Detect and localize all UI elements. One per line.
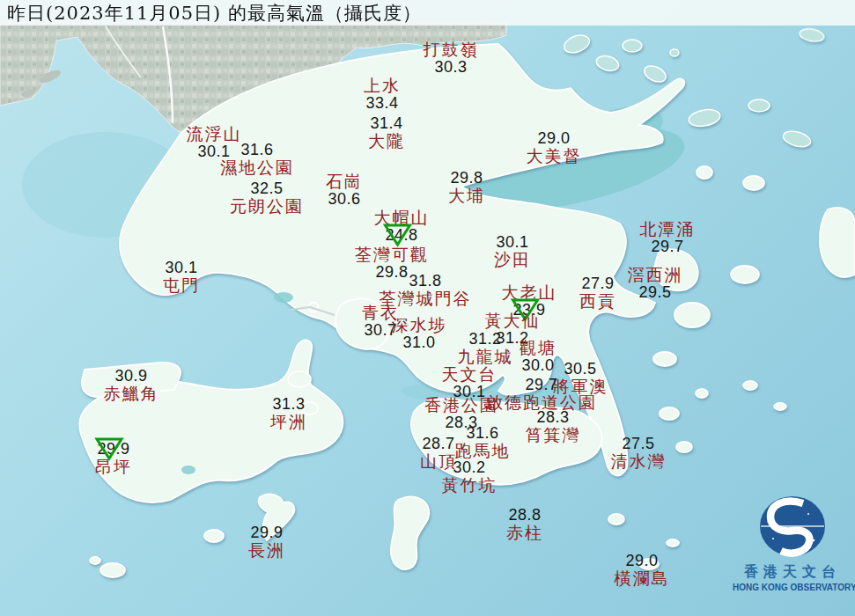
station: 30.1屯門 [163,259,200,294]
station-value: 30.0 [520,356,556,374]
station-value: 31.8 [380,272,472,290]
hko-name-en: HONG KONG OBSERVATORY [733,583,852,592]
station-value: 29.9 [95,440,132,458]
station-value: 31.4 [368,114,405,132]
station-name: 坪洲 [270,413,307,430]
station-name: 上水 [364,77,401,94]
station: 28.3筲箕灣 [526,408,581,444]
station-name: 九龍城 [458,348,513,365]
station-name: 流浮山 [187,125,242,143]
tap-mun-island [697,166,712,179]
station-name: 石崗 [326,172,363,190]
station: 31.8荃灣城門谷 [380,272,472,307]
station-value: 29.0 [615,552,670,569]
station: 大帽山 24.8 [374,209,430,244]
station: 29.0大美督 [527,129,582,165]
station: 上水 33.4 [364,77,401,112]
station-value: 30.5 [553,360,608,378]
station-name: 打鼓嶺 [424,40,479,58]
station-name: 香港公園 [424,396,498,414]
station-value: 30.2 [442,458,498,476]
station-value: 30.9 [104,367,159,385]
station-name: 筲箕灣 [526,426,581,444]
station-name: 觀塘 [520,339,556,356]
station-name: 大老山 [502,283,557,301]
station: 29.0橫瀾島 [615,552,670,587]
station-value: 31.6 [220,141,294,158]
station-value: 31.2 [458,330,513,348]
station-value: 31.0 [392,334,447,351]
east-edge-island [820,208,855,277]
station-value: 28.7 [420,435,457,452]
station-name: 北潭涌 [640,220,696,238]
hko-name-zh: 香港天文台 [733,563,852,582]
station-name: 大帽山 [374,209,430,226]
station-value: 31.6 [455,424,511,442]
station: 打鼓嶺 30.3 [424,40,479,76]
station-value: 28.3 [526,408,581,426]
station-value: 30.1 [163,259,200,276]
station: 31.4大隴 [368,114,405,150]
station: 31.6濕地公園 [220,141,294,176]
station-value: 29.7 [486,376,597,393]
hko-logo-icon [757,495,828,558]
station-name: 濕地公園 [220,158,294,176]
station: 27.5清水灣 [611,435,667,470]
station-name: 元朗公園 [230,197,304,215]
station-value: 33.4 [364,94,401,112]
station-name: 黃竹坑 [442,476,498,494]
map-title: 昨日(2023年11月05日) 的最高氣溫（攝氏度） [7,3,422,24]
station-value: 30.3 [424,58,479,76]
station-value: 29.8 [448,169,485,187]
station: 觀塘 30.0 [520,339,556,374]
hong-kong-base-map [0,0,855,616]
station-name: 沙田 [494,251,531,268]
station-name: 西貢 [579,292,616,310]
station-name: 橫瀾島 [615,569,670,587]
station-name: 大美督 [527,147,582,165]
station: 30.9赤鱲角 [104,367,159,402]
station-value: 31.3 [270,395,307,413]
station-name: 昂坪 [95,458,132,475]
station: 滘西洲 29.5 [628,266,683,301]
station-value: 24.8 [374,226,430,244]
title-bar: 昨日(2023年11月05日) 的最高氣溫（攝氏度） [0,0,855,26]
hko-logo: 香港天文台 HONG KONG OBSERVATORY [733,495,852,592]
station-name: 大隴 [368,132,405,150]
station-value: 30.1 [494,233,531,251]
station-value: 29.7 [640,238,696,255]
station: 深水埗 31.0 [392,316,447,351]
station-value: 27.5 [611,435,667,452]
station: 29.7啟德跑道公園 [486,376,597,411]
station: 32.5元朗公園 [230,180,304,215]
lamma-island [391,496,430,569]
station: 北潭涌 29.7 [640,220,696,255]
grass-island [743,176,764,190]
station-name: 滘西洲 [628,266,683,283]
station-name: 赤鱲角 [104,385,159,402]
station: 29.9長洲 [248,524,285,559]
station-value: 27.9 [579,275,616,292]
station-name: 黃大仙 [485,312,541,329]
station: 31.6跑馬地 [455,424,511,459]
station-name: 屯門 [163,276,200,294]
shek-kwu-chau-island [204,530,224,542]
station-value: 29.5 [628,283,683,301]
station-name: 跑馬地 [455,442,511,459]
station: 29.8大埔 [448,169,485,204]
weather-map: 昨日(2023年11月05日) 的最高氣溫（攝氏度） 打鼓嶺 30.3 上水 3… [0,0,855,616]
station: 31.3坪洲 [270,395,307,430]
station-name: 大埔 [448,187,485,204]
station-value: 30.6 [326,190,363,208]
station-name: 赤柱 [506,524,543,541]
station-value: 28.8 [506,506,543,524]
station-value: 29.9 [248,524,285,541]
station-name: 長洲 [248,541,285,559]
station: 30.1沙田 [494,233,531,268]
station: 31.2九龍城 [458,330,513,365]
station: 30.2黃竹坑 [442,458,498,494]
station: 28.8赤柱 [506,506,543,541]
peng-chau-island [288,371,311,387]
station-name: 清水灣 [611,452,667,470]
station: 29.9昂坪 [95,440,132,475]
